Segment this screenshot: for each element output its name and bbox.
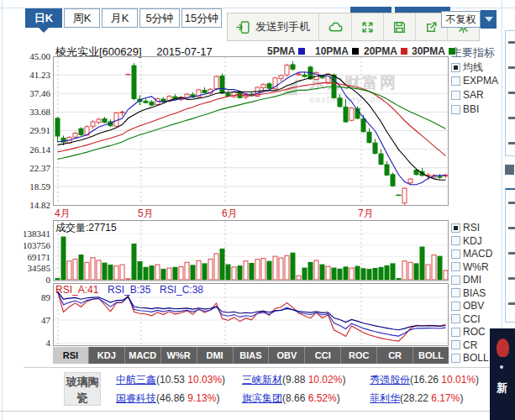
adjustment-value[interactable]: 不复权 [441, 11, 481, 28]
period-tab-周K[interactable]: 周K [64, 8, 100, 28]
stock-link[interactable]: 秀强股份 [370, 374, 410, 386]
indicator-tab-CR[interactable]: CR [377, 347, 413, 364]
checkbox[interactable] [451, 249, 460, 259]
fullscreen-button[interactable] [352, 13, 384, 40]
indicator-tab-ROC[interactable]: ROC [341, 347, 377, 364]
sub-indicator-option-KDJ[interactable]: KDJ [451, 235, 482, 247]
sub-indicator-option-BOLL[interactable]: BOLL [451, 352, 489, 364]
change-percent: 6.17% [431, 392, 460, 404]
legend-swatch [352, 48, 359, 55]
stock-link[interactable]: 三峡新材 [242, 374, 282, 386]
stock-link[interactable]: 旗滨集团 [242, 392, 282, 404]
quote-item-中航三鑫: 中航三鑫(10.53 10.03%) [116, 373, 225, 387]
period-tab-日K[interactable]: 日K [25, 8, 62, 28]
volume-tick: 138341 [2, 228, 50, 239]
cloud-icon [328, 20, 343, 34]
indicator-tab-MACD[interactable]: MACD [125, 347, 161, 364]
change-percent: 10.02% [308, 374, 343, 386]
indicator-tab-CCI[interactable]: CCI [305, 347, 341, 364]
main-indicator-option-SAR[interactable]: SAR [451, 89, 484, 101]
quote-item-三峡新材: 三峡新材(9.88 10.02%) [242, 373, 345, 387]
indicator-tab-OBV[interactable]: OBV [269, 347, 305, 364]
checkbox[interactable] [451, 288, 460, 297]
legend-swatch [401, 48, 407, 55]
sub-indicator-option-BIAS[interactable]: BIAS [451, 287, 486, 299]
checkbox[interactable] [451, 302, 460, 311]
sub-indicator-option-DMI[interactable]: DMI [451, 274, 481, 286]
price-tick: 18.59 [2, 181, 50, 192]
stock-link[interactable]: 中航三鑫 [116, 374, 156, 386]
legend-30PMA: 30PMA [412, 45, 455, 57]
indicator-tab-KDJ[interactable]: KDJ [89, 347, 125, 364]
save-button[interactable] [384, 13, 416, 40]
expand-icon [360, 20, 375, 34]
rsi-tick: 47 [2, 315, 50, 325]
volume-tick: 69171 [2, 252, 50, 262]
price-tick: 26.14 [2, 144, 50, 155]
sub-indicator-option-ROC[interactable]: ROC [451, 326, 486, 338]
share-icon [424, 20, 439, 34]
rsi-value-label: RSI_A:41 [55, 284, 98, 296]
sub-indicator-option-MACD[interactable]: MACD [451, 248, 492, 260]
month-tick: 7月 [358, 207, 374, 221]
quote-item-国睿科技: 国睿科技(46.86 9.13%) [116, 391, 219, 406]
volume-tick: 103756 [2, 240, 50, 250]
month-tick: 6月 [222, 207, 238, 221]
checkbox[interactable] [451, 314, 460, 323]
send-to-phone-button[interactable]: 发送到手机 [228, 13, 319, 40]
indicator-tab-DMI[interactable]: DMI [197, 347, 234, 364]
main-indicator-option-EXPMA[interactable]: EXPMA [451, 75, 498, 87]
quote-item-旗滨集团: 旗滨集团(8.66 6.52%) [242, 391, 340, 406]
indicator-tab-BOLL[interactable]: BOLL [413, 347, 449, 364]
cloud-button[interactable] [319, 13, 352, 40]
volume-label: 成交量:27715 [55, 221, 117, 235]
change-percent: 9.13% [187, 392, 216, 404]
quote-item-秀强股份: 秀强股份(16.26 10.01%) [370, 373, 479, 387]
checkbox[interactable] [451, 262, 460, 271]
sub-indicator-option-OBV[interactable]: OBV [451, 300, 484, 312]
checkbox[interactable] [451, 328, 460, 337]
checkbox[interactable] [451, 236, 460, 245]
checkbox[interactable] [451, 105, 460, 114]
checkbox[interactable] [451, 354, 460, 363]
indicator-tab-W%R[interactable]: W%R [161, 347, 197, 364]
checkbox[interactable] [451, 91, 460, 100]
price-tick: 33.68 [2, 107, 50, 117]
page-left-border [2, 0, 3, 420]
send-to-phone-label: 发送到手机 [255, 19, 310, 34]
main-indicator-option-均线[interactable]: 均线 [451, 60, 483, 75]
checkbox[interactable] [451, 63, 460, 72]
sub-indicator-option-RSI[interactable]: RSI [451, 222, 480, 234]
save-icon [392, 20, 407, 34]
dropdown-arrow-button[interactable] [481, 10, 497, 29]
period-tab-15分钟[interactable]: 15分钟 [181, 8, 222, 28]
ad-graphic [497, 339, 509, 357]
price-tick: 22.37 [2, 163, 50, 173]
period-tab-月K[interactable]: 月K [102, 8, 138, 28]
indicator-tab-RSI[interactable]: RSI [53, 347, 89, 364]
main-indicator-option-BBI[interactable]: BBI [451, 103, 479, 115]
price-tick: 45.00 [2, 51, 50, 61]
legend-swatch [449, 48, 455, 55]
period-tab-5分钟[interactable]: 5分钟 [139, 8, 180, 28]
sub-indicator-option-CR[interactable]: CR [451, 339, 477, 351]
cutoff-text-fragment [508, 277, 515, 280]
candlestick-chart-canvas[interactable] [53, 56, 449, 206]
stock-link[interactable]: 菲利华 [370, 392, 400, 404]
sub-indicator-option-W%R[interactable]: W%R [451, 261, 489, 273]
sub-indicator-option-CCI[interactable]: CCI [451, 313, 481, 325]
cutoff-text-fragment [508, 41, 515, 44]
stock-chart-window: 日K周K月K5分钟15分钟 发送到手机 [0, 0, 515, 420]
cutoff-text-fragment [508, 117, 515, 119]
ad-banner[interactable]: 新 [490, 328, 515, 420]
stock-link[interactable]: 国睿科技 [116, 392, 156, 404]
main-chart-layers [54, 57, 448, 204]
indicator-tab-BIAS[interactable]: BIAS [234, 347, 270, 364]
cutoff-text-fragment [508, 92, 515, 94]
rsi-value-label: RSI_B:35 [108, 284, 150, 296]
checkbox[interactable] [451, 340, 460, 349]
cutoff-panel [505, 30, 515, 156]
checkbox[interactable] [451, 76, 460, 86]
checkbox[interactable] [451, 276, 460, 285]
checkbox[interactable] [451, 223, 460, 233]
